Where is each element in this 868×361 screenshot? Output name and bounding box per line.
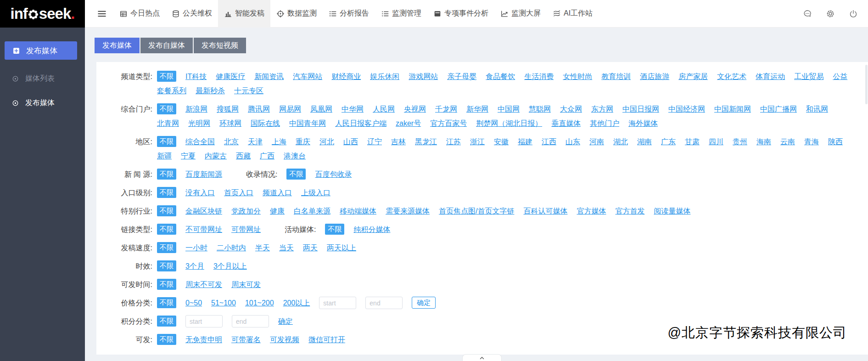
filter-option[interactable]: 内蒙古 <box>205 149 227 163</box>
filter-option[interactable]: 山西 <box>343 135 358 149</box>
filter-option[interactable]: 国际在线 <box>251 116 280 130</box>
filter-option[interactable]: zaker号 <box>396 116 421 130</box>
filter-option[interactable]: 河南 <box>589 135 604 149</box>
filter-option[interactable]: 环球网 <box>219 116 241 130</box>
filter-option[interactable]: 食品餐饮 <box>486 69 515 84</box>
filter-option[interactable]: 首页入口 <box>224 186 253 200</box>
filter-option[interactable]: 湖南 <box>637 135 652 149</box>
filter-option[interactable]: 3个月 <box>185 259 204 273</box>
filter-option[interactable]: 宁夏 <box>181 149 196 163</box>
sidebar-item-media-list[interactable]: 媒体列表 <box>0 73 85 84</box>
filter-option[interactable]: 白名单来源 <box>294 204 330 218</box>
filter-option[interactable]: 纯积分媒体 <box>353 222 390 237</box>
filter-option[interactable]: 酒店旅游 <box>640 69 669 84</box>
filter-option[interactable]: 人民网 <box>373 102 395 116</box>
filter-option[interactable]: 百科认可媒体 <box>523 204 567 218</box>
filter-option[interactable]: 没有入口 <box>185 186 215 200</box>
nav-item-analysis-report[interactable]: 分析报告 <box>323 0 375 28</box>
filter-option[interactable]: 综合全国 <box>185 135 215 149</box>
filter-option[interactable]: 两天 <box>303 241 318 255</box>
filter-option[interactable]: 网易网 <box>279 102 301 116</box>
chip-unlimited[interactable]: 不限 <box>157 279 176 290</box>
filter-option[interactable]: 中华网 <box>342 102 364 116</box>
filter-option[interactable]: 新闻资讯 <box>254 69 284 84</box>
nav-item-smart-publish[interactable]: 智能发稿 <box>218 0 270 28</box>
filter-option[interactable]: 十元专区 <box>234 84 263 98</box>
filter-option[interactable]: 官方媒体 <box>577 204 606 218</box>
scrollbar-thumb[interactable] <box>865 65 868 104</box>
collapse-panel-button[interactable] <box>462 354 502 361</box>
filter-option[interactable]: 可带网址 <box>231 222 261 237</box>
tab-publish-media[interactable]: 发布媒体 <box>95 38 140 53</box>
filter-option[interactable]: 文化艺术 <box>717 69 746 84</box>
filter-option[interactable]: 海南 <box>756 135 771 149</box>
filter-option[interactable]: 云南 <box>780 135 795 149</box>
filter-option[interactable]: 海外媒体 <box>628 116 658 130</box>
filter-option[interactable]: 汽车网站 <box>293 69 322 84</box>
filter-option[interactable]: 四川 <box>709 135 723 149</box>
filter-option[interactable]: 101~200 <box>245 296 274 310</box>
filter-option[interactable]: IT科技 <box>185 69 207 84</box>
filter-option[interactable]: 健康医疗 <box>216 69 245 84</box>
filter-option[interactable]: 江西 <box>542 135 556 149</box>
range-input-end[interactable] <box>365 297 403 309</box>
filter-option[interactable]: 亲子母婴 <box>447 69 476 84</box>
filter-option[interactable]: 新华网 <box>466 102 488 116</box>
filter-option[interactable]: 二小时内 <box>217 241 246 255</box>
filter-option[interactable]: 最新秒杀 <box>196 84 225 98</box>
filter-option[interactable]: 西藏 <box>236 149 251 163</box>
filter-option[interactable]: 两天以上 <box>327 241 356 255</box>
filter-option[interactable]: 生活消费 <box>524 69 554 84</box>
tab-publish-short-video[interactable]: 发布短视频 <box>194 38 246 53</box>
filter-option[interactable]: 需要来源媒体 <box>386 204 430 218</box>
filter-option[interactable]: 荆楚网（湖北日报） <box>476 116 542 130</box>
filter-option[interactable]: 中国日报网 <box>622 102 659 116</box>
topbar-action-power[interactable] <box>849 9 858 18</box>
filter-option[interactable]: 港澳台 <box>284 149 306 163</box>
filter-option[interactable]: 其他门户 <box>590 116 619 130</box>
filter-option[interactable]: 福建 <box>518 135 532 149</box>
filter-option[interactable]: 安徽 <box>494 135 509 149</box>
filter-option[interactable]: 大众网 <box>560 102 582 116</box>
chip-unlimited[interactable]: 不限 <box>157 169 176 180</box>
filter-option[interactable]: 微信可打开 <box>308 333 345 347</box>
filter-option[interactable]: 中国网 <box>498 102 520 116</box>
filter-option[interactable]: 上海 <box>272 135 286 149</box>
chip-unlimited[interactable]: 不限 <box>157 71 176 82</box>
filter-option[interactable]: 新浪网 <box>185 102 207 116</box>
filter-option[interactable]: 女性时尚 <box>563 69 592 84</box>
chip-unlimited[interactable]: 不限 <box>157 334 176 345</box>
filter-option[interactable]: 当天 <box>279 241 294 255</box>
filter-option[interactable]: 中国经济网 <box>668 102 705 116</box>
chip-unlimited[interactable]: 不限 <box>157 260 176 271</box>
filter-option[interactable]: 光明网 <box>188 116 210 130</box>
filter-option[interactable]: 可带署名 <box>231 333 261 347</box>
confirm-button[interactable]: 确定 <box>278 314 293 328</box>
filter-option[interactable]: 凤凰网 <box>310 102 332 116</box>
filter-option[interactable]: 河北 <box>319 135 334 149</box>
filter-option[interactable]: 陕西 <box>828 135 843 149</box>
filter-option[interactable]: 央视网 <box>404 102 426 116</box>
filter-option[interactable]: 千龙网 <box>435 102 457 116</box>
filter-option[interactable]: 新疆 <box>157 149 172 163</box>
filter-option[interactable]: 体育运动 <box>756 69 785 84</box>
nav-item-monitor-manage[interactable]: 监测管理 <box>375 0 427 28</box>
filter-option[interactable]: 垂直媒体 <box>551 116 581 130</box>
filter-option[interactable]: 200以上 <box>283 296 310 310</box>
filter-option[interactable]: 北京 <box>224 135 239 149</box>
filter-option[interactable]: 套餐系列 <box>157 84 186 98</box>
filter-option[interactable]: 广西 <box>260 149 274 163</box>
topbar-action-messages[interactable] <box>803 9 812 18</box>
filter-option[interactable]: 吉林 <box>391 135 406 149</box>
chip-unlimited[interactable]: 不限 <box>157 316 176 327</box>
add-media-button[interactable]: 发布媒体 <box>5 41 77 60</box>
filter-option[interactable]: 可发视频 <box>270 333 299 347</box>
filter-option[interactable]: 江苏 <box>446 135 461 149</box>
chip-unlimited[interactable]: 不限 <box>157 242 176 253</box>
filter-option[interactable]: 3个月以上 <box>213 259 247 273</box>
confirm-button[interactable]: 确定 <box>412 297 436 309</box>
filter-option[interactable]: 党政加分 <box>231 204 261 218</box>
nav-item-ai-workstation[interactable]: AI工作站 <box>547 0 599 28</box>
filter-option[interactable]: 房产家居 <box>678 69 708 84</box>
filter-option[interactable]: 中国青年网 <box>289 116 326 130</box>
